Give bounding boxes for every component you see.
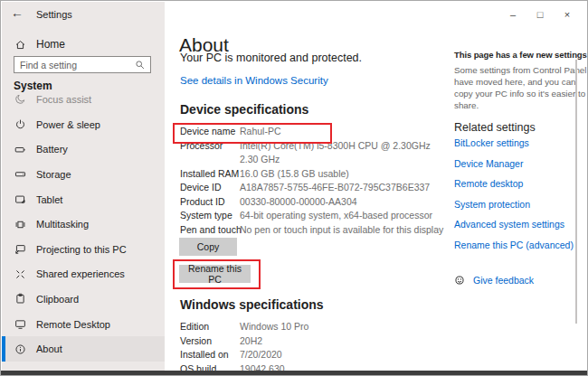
spec-value: 00330-80000-00000-AA304 <box>240 195 475 210</box>
sidebar-item-label: Clipboard <box>36 294 79 305</box>
spec-value: A18A7857-5755-46FE-B072-795C37B6E337 <box>240 181 475 195</box>
sidebar-item-about[interactable]: About <box>2 336 165 362</box>
feedback-icon <box>454 275 465 286</box>
sidebar-item-label: Focus assist <box>36 95 91 105</box>
feedback-label: Give feedback <box>473 275 534 286</box>
spec-value: 7/20/2020 <box>240 348 475 362</box>
copy-button[interactable]: Copy <box>179 238 237 256</box>
sidebar-item-label: Projecting to this PC <box>36 244 127 255</box>
sidebar-item-storage[interactable]: Storage <box>2 162 165 187</box>
spec-label: System type <box>180 209 240 223</box>
sidebar-item-label: About <box>36 343 62 354</box>
sidebar-item-label: Shared experiences <box>36 268 125 279</box>
spec-value: Windows 10 Pro <box>240 320 475 334</box>
spec-value: 16.0 GB (15.8 GB usable) <box>240 167 475 182</box>
power-icon <box>14 118 26 130</box>
storage-icon <box>14 168 26 180</box>
spec-label: Version <box>180 334 240 349</box>
main-content: – □ × About Your PC is monitored and pro… <box>165 2 586 371</box>
spec-value: Rahul-PC <box>240 125 475 139</box>
rename-pc-advanced-link[interactable]: Rename this PC (advanced) <box>454 240 574 260</box>
vertical-scrollbar[interactable] <box>575 60 577 324</box>
spec-label: Pen and touch <box>180 223 240 238</box>
sidebar-item-battery[interactable]: Battery <box>2 137 165 163</box>
spec-label: Edition <box>180 320 240 334</box>
home-icon <box>14 39 26 51</box>
maximize-button[interactable]: □ <box>526 9 554 20</box>
remote-desktop-icon <box>14 318 26 330</box>
sidebar-item-power-sleep[interactable]: Power & sleep <box>2 112 165 137</box>
titlebar-left: ← Settings <box>2 2 165 27</box>
spec-value: Intel(R) Core(TM) i5-8300H CPU @ 2.30GHz… <box>240 139 475 167</box>
sidebar-item-focus-assist-partial[interactable]: Focus assist <box>2 95 165 108</box>
sidebar-item-label: Tablet <box>36 194 62 205</box>
sidebar-item-multitasking[interactable]: Multitasking <box>2 212 165 237</box>
search-input[interactable] <box>14 60 135 70</box>
tablet-icon <box>14 193 26 205</box>
taskbar-edge <box>1 371 587 375</box>
about-icon <box>14 343 26 355</box>
spec-value: No pen or touch input is available for t… <box>240 223 475 238</box>
bitlocker-settings-link[interactable]: BitLocker settings <box>454 137 574 158</box>
sidebar-item-label: Multitasking <box>36 219 89 230</box>
new-settings-body: Some settings from Control Panel have mo… <box>454 65 588 112</box>
remote-desktop-link[interactable]: Remote desktop <box>454 178 574 199</box>
advanced-system-settings-link[interactable]: Advanced system settings <box>454 219 574 240</box>
app-title: Settings <box>36 9 72 20</box>
device-manager-link[interactable]: Device Manager <box>454 158 574 179</box>
settings-window: ← Settings Home System Focus assist <box>0 0 588 376</box>
spec-label: Installed RAM <box>180 167 240 182</box>
new-settings-heading: This page has a few new settings <box>454 50 587 60</box>
projecting-icon <box>14 243 26 255</box>
battery-icon <box>14 144 26 155</box>
security-status-text: Your PC is monitored and protected. <box>180 52 362 64</box>
sidebar-item-clipboard[interactable]: Clipboard <box>2 287 165 312</box>
windows-spec-table: Edition Windows 10 Pro Version 20H2 Inst… <box>180 320 475 376</box>
rename-pc-button[interactable]: Rename this PC <box>179 265 251 283</box>
sidebar-item-home[interactable]: Home <box>2 33 165 56</box>
sidebar-item-projecting[interactable]: Projecting to this PC <box>2 237 165 262</box>
give-feedback-link[interactable]: Give feedback <box>454 275 534 286</box>
related-settings-heading: Related settings <box>454 121 536 134</box>
spec-label: Installed on <box>180 348 240 362</box>
sidebar-item-label: Remote Desktop <box>36 319 110 330</box>
sidebar-item-label: Storage <box>36 169 71 180</box>
sidebar-section-system: System <box>14 80 52 92</box>
system-protection-link[interactable]: System protection <box>454 199 574 220</box>
sidebar-item-label: Power & sleep <box>36 119 100 130</box>
back-button[interactable]: ← <box>11 5 24 20</box>
search-box[interactable] <box>14 56 151 73</box>
sidebar-item-shared-experiences[interactable]: Shared experiences <box>2 262 165 287</box>
device-specifications-heading: Device specifications <box>180 102 308 117</box>
spec-label: Device ID <box>180 181 240 195</box>
sidebar: ← Settings Home System Focus assist <box>2 2 165 371</box>
sidebar-item-tablet[interactable]: Tablet <box>2 187 165 212</box>
spec-label: Device name <box>180 125 240 139</box>
multitasking-icon <box>14 219 26 230</box>
minimize-button[interactable]: – <box>499 9 526 20</box>
device-spec-table: Device name Rahul-PC Processor Intel(R) … <box>180 125 475 237</box>
close-button[interactable]: × <box>554 9 581 20</box>
spec-label: Product ID <box>180 195 240 210</box>
selection-accent-bar <box>2 336 5 362</box>
spec-value: 64-bit operating system, x64-based proce… <box>240 209 475 223</box>
spec-label: Processor <box>180 139 240 167</box>
window-controls: – □ × <box>499 2 581 27</box>
sidebar-nav: Power & sleep Battery Storage Tablet <box>2 112 165 362</box>
search-icon <box>135 60 146 70</box>
shared-experiences-icon <box>14 268 26 280</box>
windows-specifications-heading: Windows specifications <box>180 297 324 312</box>
spec-value: 20H2 <box>240 334 475 349</box>
related-settings-links: BitLocker settings Device Manager Remote… <box>454 137 574 259</box>
moon-icon <box>14 95 26 105</box>
sidebar-item-label: Battery <box>36 144 68 155</box>
windows-security-link[interactable]: See details in Windows Security <box>180 75 328 86</box>
sidebar-item-label: Home <box>36 38 65 51</box>
clipboard-icon <box>14 293 26 305</box>
sidebar-item-remote-desktop[interactable]: Remote Desktop <box>2 312 165 337</box>
